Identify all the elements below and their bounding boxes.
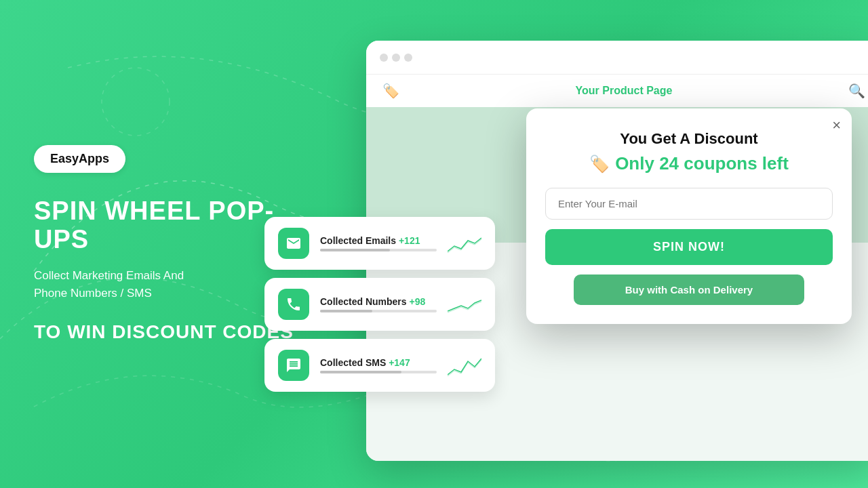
product-page-title: Your Product Page: [399, 85, 848, 97]
search-icon: 🔍: [848, 83, 865, 99]
email-input[interactable]: [545, 188, 833, 220]
stat-label-text-sms: Collected SMS: [320, 357, 389, 368]
sparkline-numbers: [448, 293, 481, 315]
stat-info-emails: Collected Emails +121: [320, 235, 437, 251]
browser-dot-2: [392, 54, 400, 62]
popup-title: You Get A Discount: [545, 130, 833, 148]
stat-card-numbers: Collected Numbers +98: [264, 278, 495, 331]
stat-plus-sms: +147: [389, 357, 410, 368]
stat-label-emails: Collected Emails +121: [320, 235, 437, 246]
browser-dot-1: [380, 54, 388, 62]
brand-pill: EasyApps: [34, 145, 125, 173]
product-icon: 🏷️: [382, 83, 399, 99]
sparkline-emails: [448, 232, 481, 254]
stat-bar-fill-emails: [320, 249, 390, 251]
stat-label-text: Collected Emails: [320, 235, 399, 246]
browser-dot-3: [404, 54, 412, 62]
stat-plus-emails: +121: [399, 235, 420, 246]
close-icon[interactable]: ×: [832, 118, 841, 133]
sparkline-sms: [448, 354, 481, 376]
popup-subtitle: 🏷️ Only 24 coupons left: [545, 153, 833, 174]
email-icon: [285, 235, 302, 251]
stat-bar-emails: [320, 249, 437, 251]
stat-plus-numbers: +98: [409, 296, 425, 307]
stat-info-sms: Collected SMS +147: [320, 357, 437, 373]
stat-label-numbers: Collected Numbers +98: [320, 296, 437, 307]
phone-icon-box: [278, 289, 309, 320]
stats-overlay: Collected Emails +121 Collected Numbers …: [264, 217, 495, 392]
spin-button[interactable]: SPIN NOW!: [545, 229, 833, 265]
tag-emoji: 🏷️: [589, 155, 610, 174]
stat-bar-fill-sms: [320, 371, 401, 373]
product-page-header: 🏷️ Your Product Page 🔍: [366, 75, 868, 107]
stat-bar-sms: [320, 371, 437, 373]
browser-bar: [366, 41, 868, 75]
email-icon-box: [278, 228, 309, 259]
browser-dots: [380, 54, 412, 62]
cash-delivery-button[interactable]: Buy with Cash on Delivery: [574, 274, 804, 305]
brand-name: EasyApps: [50, 152, 109, 165]
stat-label-sms: Collected SMS +147: [320, 357, 437, 368]
stat-card-sms: Collected SMS +147: [264, 339, 495, 392]
stat-card-emails: Collected Emails +121: [264, 217, 495, 270]
stat-info-numbers: Collected Numbers +98: [320, 296, 437, 312]
sms-icon-box: [278, 350, 309, 381]
popup-subtitle-text: Only 24 coupons left: [615, 153, 789, 174]
stat-label-text-numbers: Collected Numbers: [320, 296, 409, 307]
stat-bar-fill-numbers: [320, 310, 372, 312]
phone-icon: [285, 296, 302, 312]
sms-icon: [285, 357, 302, 373]
popup-modal: × You Get A Discount 🏷️ Only 24 coupons …: [526, 108, 852, 324]
stat-bar-numbers: [320, 310, 437, 312]
